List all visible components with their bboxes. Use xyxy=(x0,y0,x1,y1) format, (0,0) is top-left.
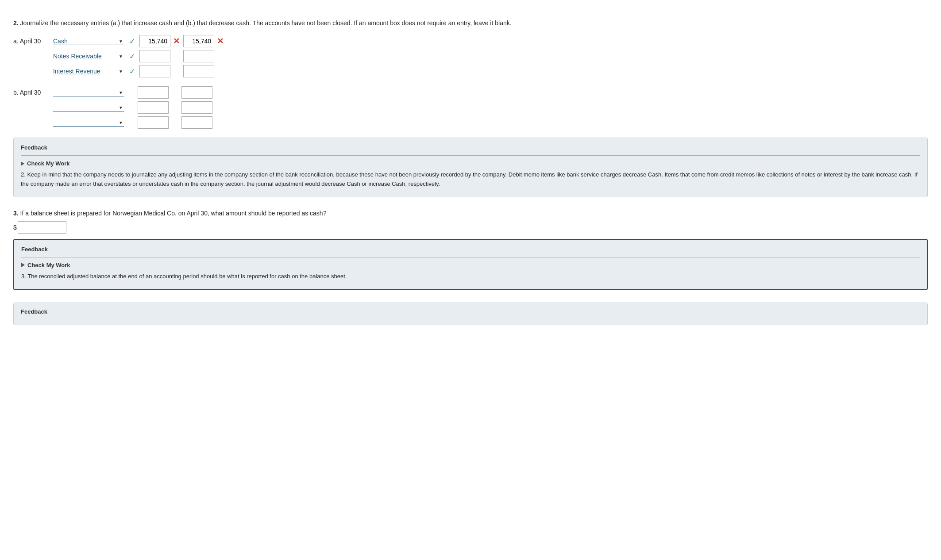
feedback-q2-divider xyxy=(21,155,920,156)
journal-part-a: a. April 30 Cash Notes Receivable Intere… xyxy=(13,35,928,77)
journal-row-a2: Cash Notes Receivable Interest Revenue ▼… xyxy=(53,50,928,62)
feedback-bottom-title: Feedback xyxy=(21,308,920,315)
account-select-wrapper-b2: Cash Notes Receivable Interest Revenue ▼ xyxy=(53,104,124,111)
account-select-wrapper-b1: Cash Notes Receivable Interest Revenue B… xyxy=(53,89,124,96)
x-mark-credit-a1: ✕ xyxy=(217,36,224,46)
top-divider xyxy=(13,9,928,9)
feedback-q3-title: Feedback xyxy=(21,246,920,253)
dollar-sign: $ xyxy=(13,224,17,231)
debit-input-b3[interactable] xyxy=(138,116,169,129)
journal-row-a1: a. April 30 Cash Notes Receivable Intere… xyxy=(13,35,928,47)
account-select-b2[interactable]: Cash Notes Receivable Interest Revenue xyxy=(53,104,124,111)
credit-input-b1[interactable] xyxy=(181,86,212,99)
journal-row-b3: Cash Notes Receivable Interest Revenue ▼… xyxy=(53,116,928,129)
check-my-work-label-q3: Check My Work xyxy=(27,262,70,268)
part-b-label: b. April 30 xyxy=(13,89,53,96)
account-select-wrapper-a3: Cash Notes Receivable Interest Revenue ▼ xyxy=(53,68,124,75)
feedback-q3-divider xyxy=(21,257,920,257)
credit-input-b2[interactable] xyxy=(181,101,212,114)
debit-input-a2[interactable] xyxy=(139,50,170,62)
account-select-b1[interactable]: Cash Notes Receivable Interest Revenue B… xyxy=(53,89,124,96)
debit-input-a3[interactable] xyxy=(139,65,170,77)
question-3-number: 3. xyxy=(13,210,19,217)
credit-input-a1[interactable] xyxy=(183,35,214,47)
account-select-a2[interactable]: Cash Notes Receivable Interest Revenue xyxy=(53,53,124,60)
check-my-work-label-q2: Check My Work xyxy=(27,160,70,167)
question-3-description: If a balance sheet is prepared for Norwe… xyxy=(20,210,327,217)
credit-input-b3[interactable] xyxy=(181,116,212,129)
journal-row-a3: Cash Notes Receivable Interest Revenue ▼… xyxy=(53,65,928,77)
question-2-number: 2. xyxy=(13,19,19,27)
feedback-box-bottom: Feedback xyxy=(13,303,928,325)
check-my-work-row-q3: Check My Work xyxy=(21,262,920,268)
question-3-text: 3. If a balance sheet is prepared for No… xyxy=(13,210,928,217)
cash-balance-input[interactable] xyxy=(18,221,66,234)
account-select-wrapper-a2: Cash Notes Receivable Interest Revenue ▼ xyxy=(53,53,124,60)
debit-input-b1[interactable] xyxy=(138,86,169,99)
question-2-text: 2. Journalize the necessary entries (a.)… xyxy=(13,18,928,28)
check-icon-a3: ✓ xyxy=(129,67,135,76)
question-2-block: 2. Journalize the necessary entries (a.)… xyxy=(13,18,928,197)
journal-part-b: b. April 30 Cash Notes Receivable Intere… xyxy=(13,86,928,129)
check-icon-a2: ✓ xyxy=(129,52,135,61)
debit-input-a1[interactable] xyxy=(139,35,170,47)
part-a-label: a. April 30 xyxy=(13,38,53,45)
journal-row-b1: b. April 30 Cash Notes Receivable Intere… xyxy=(13,86,928,99)
feedback-box-q3: Feedback Check My Work 3. The reconciled… xyxy=(13,239,928,290)
credit-input-a2[interactable] xyxy=(183,50,214,62)
feedback-q3-body: 3. The reconciled adjusted balance at th… xyxy=(21,272,920,281)
triangle-icon-q3 xyxy=(21,263,25,267)
credit-input-a3[interactable] xyxy=(183,65,214,77)
question-2-description: Journalize the necessary entries (a.) th… xyxy=(20,19,512,27)
feedback-box-q2: Feedback Check My Work 2. Keep in mind t… xyxy=(13,138,928,197)
feedback-q2-title: Feedback xyxy=(21,144,920,151)
triangle-icon-q2 xyxy=(21,161,24,166)
account-select-wrapper-a1: Cash Notes Receivable Interest Revenue B… xyxy=(53,38,124,45)
account-select-wrapper-b3: Cash Notes Receivable Interest Revenue ▼ xyxy=(53,119,124,127)
check-my-work-row-q2: Check My Work xyxy=(21,160,920,167)
cash-input-row: $ xyxy=(13,221,928,234)
debit-input-b2[interactable] xyxy=(138,101,169,114)
x-mark-debit-a1: ✕ xyxy=(173,36,180,46)
check-icon-a1: ✓ xyxy=(129,37,135,46)
question-3-block: 3. If a balance sheet is prepared for No… xyxy=(13,210,928,290)
account-select-b3[interactable]: Cash Notes Receivable Interest Revenue xyxy=(53,119,124,127)
account-select-a1[interactable]: Cash Notes Receivable Interest Revenue B… xyxy=(53,38,124,45)
account-select-a3[interactable]: Cash Notes Receivable Interest Revenue xyxy=(53,68,124,75)
feedback-q2-body: 2. Keep in mind that the company needs t… xyxy=(21,170,920,189)
journal-row-b2: Cash Notes Receivable Interest Revenue ▼… xyxy=(53,101,928,114)
